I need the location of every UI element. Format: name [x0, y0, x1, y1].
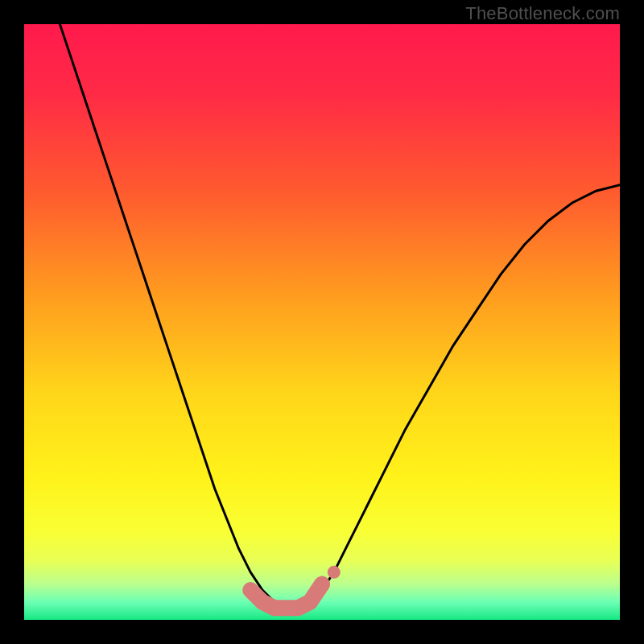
- optimal-point-marker: [328, 566, 341, 579]
- watermark-text: TheBottleneck.com: [465, 3, 620, 24]
- bottleneck-curve-layer: [24, 24, 620, 620]
- bottleneck-curve: [60, 24, 620, 608]
- chart-frame: [24, 24, 620, 620]
- optimal-range-markers: [250, 566, 341, 608]
